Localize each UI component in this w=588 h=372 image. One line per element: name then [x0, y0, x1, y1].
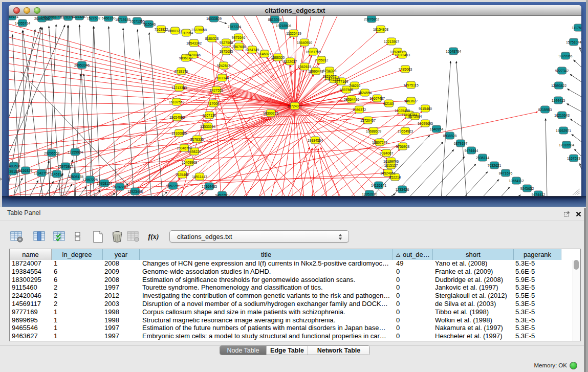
- svg-text:20206553: 20206553: [44, 151, 59, 155]
- svg-text:12213383: 12213383: [171, 86, 187, 90]
- svg-text:20053346: 20053346: [74, 63, 90, 67]
- svg-text:16961755: 16961755: [306, 50, 321, 54]
- svg-text:12093822: 12093822: [551, 84, 567, 87]
- svg-text:14524851: 14524851: [380, 171, 396, 175]
- svg-text:9463627: 9463627: [404, 99, 418, 103]
- svg-text:9227342: 9227342: [555, 69, 569, 73]
- svg-text:12923448: 12923448: [127, 190, 143, 193]
- svg-text:10553287: 10553287: [72, 16, 87, 18]
- svg-text:12342757: 12342757: [34, 171, 49, 175]
- svg-text:1145194: 1145194: [50, 172, 63, 176]
- svg-text:12505135: 12505135: [68, 175, 83, 179]
- svg-text:10688609: 10688609: [366, 129, 381, 133]
- svg-text:8678335: 8678335: [190, 138, 204, 141]
- svg-text:1156829: 1156829: [19, 169, 32, 172]
- svg-text:10025438: 10025438: [395, 109, 410, 113]
- svg-text:19654983: 19654983: [169, 116, 185, 119]
- svg-text:16911443: 16911443: [192, 175, 207, 179]
- svg-text:6879197: 6879197: [454, 142, 468, 145]
- svg-text:10719185: 10719185: [115, 18, 130, 21]
- svg-text:62160: 62160: [384, 102, 394, 105]
- svg-text:9474412: 9474412: [532, 193, 546, 196]
- svg-text:9875546: 9875546: [232, 36, 246, 39]
- svg-text:3267130: 3267130: [203, 114, 216, 117]
- svg-text:1939154: 1939154: [9, 170, 19, 173]
- svg-text:2489141: 2489141: [9, 16, 18, 18]
- svg-text:3875685: 3875685: [220, 50, 233, 53]
- svg-text:1733426: 1733426: [396, 188, 409, 191]
- svg-text:8427552: 8427552: [210, 89, 224, 92]
- svg-text:9498222: 9498222: [188, 150, 202, 154]
- svg-text:16120746: 16120746: [383, 160, 399, 163]
- svg-text:8454749: 8454749: [246, 48, 259, 52]
- svg-text:252214: 252214: [389, 176, 401, 179]
- svg-text:19218506: 19218506: [276, 24, 291, 28]
- svg-text:8912954: 8912954: [180, 31, 193, 35]
- svg-text:17359924: 17359924: [68, 150, 83, 154]
- svg-text:8322037: 8322037: [284, 60, 297, 63]
- svg-text:12213967: 12213967: [384, 40, 399, 43]
- svg-text:417004: 417004: [208, 102, 220, 105]
- svg-text:14055714: 14055714: [15, 21, 30, 25]
- svg-text:15751074: 15751074: [566, 40, 581, 44]
- svg-text:10046768: 10046768: [177, 146, 192, 150]
- svg-text:8813054: 8813054: [268, 18, 282, 21]
- svg-text:8471676: 8471676: [499, 171, 513, 175]
- svg-text:7515546: 7515546: [142, 23, 156, 26]
- svg-text:1588520: 1588520: [271, 56, 285, 59]
- svg-text:1615137: 1615137: [384, 164, 398, 167]
- svg-text:18952810: 18952810: [362, 192, 377, 196]
- svg-text:19654923: 19654923: [398, 129, 413, 133]
- svg-text:9327508: 9327508: [220, 41, 233, 45]
- svg-text:16210643: 16210643: [554, 114, 570, 117]
- svg-text:1483501: 1483501: [9, 164, 20, 168]
- svg-text:16648784: 16648784: [446, 50, 461, 53]
- svg-text:15692971: 15692971: [556, 129, 571, 133]
- svg-text:16543342: 16543342: [186, 41, 202, 45]
- svg-text:2803144: 2803144: [215, 76, 229, 80]
- svg-text:16107552: 16107552: [169, 100, 184, 104]
- svg-text:1362615: 1362615: [298, 65, 312, 69]
- svg-text:7485063: 7485063: [399, 68, 412, 71]
- svg-text:17016504: 17016504: [559, 143, 574, 147]
- svg-text:18807249: 18807249: [372, 141, 387, 144]
- svg-text:19300275: 19300275: [263, 112, 278, 115]
- svg-text:9896142: 9896142: [179, 56, 193, 60]
- svg-text:16033809: 16033809: [206, 17, 222, 20]
- svg-text:9777169: 9777169: [335, 80, 349, 83]
- svg-text:7986372: 7986372: [353, 108, 366, 112]
- svg-text:6897568: 6897568: [340, 88, 354, 92]
- svg-text:1117562: 1117562: [572, 26, 581, 30]
- svg-text:23226058: 23226058: [191, 28, 207, 32]
- svg-text:2718176: 2718176: [175, 70, 188, 73]
- svg-text:1167533: 1167533: [567, 157, 580, 160]
- svg-text:9242848: 9242848: [217, 64, 231, 68]
- svg-text:11325419: 11325419: [286, 32, 301, 35]
- svg-text:9084067: 9084067: [380, 151, 394, 155]
- svg-text:9575964: 9575964: [408, 115, 422, 118]
- svg-text:9245652: 9245652: [520, 187, 534, 190]
- svg-text:9329966: 9329966: [559, 54, 573, 58]
- svg-text:9756928: 9756928: [396, 145, 410, 148]
- svg-text:12975115: 12975115: [403, 83, 419, 87]
- svg-text:13533594: 13533594: [200, 125, 215, 128]
- svg-text:10654112: 10654112: [509, 179, 524, 183]
- svg-text:10699695: 10699695: [418, 122, 433, 125]
- svg-text:9146821: 9146821: [258, 52, 272, 56]
- svg-text:7955812: 7955812: [315, 58, 329, 62]
- svg-text:18990448: 18990448: [308, 70, 323, 73]
- svg-text:7357224: 7357224: [228, 25, 242, 29]
- svg-text:1244415: 1244415: [552, 99, 565, 102]
- svg-text:7163822: 7163822: [155, 28, 168, 31]
- svg-text:18640910: 18640910: [297, 41, 312, 45]
- svg-text:23975867: 23975867: [58, 165, 73, 168]
- svg-text:18724007: 18724007: [287, 104, 302, 108]
- svg-text:6466160: 6466160: [102, 16, 116, 20]
- svg-text:8186328: 8186328: [205, 37, 219, 40]
- svg-text:10973493: 10973493: [395, 53, 410, 57]
- svg-text:6794028: 6794028: [323, 69, 337, 73]
- svg-text:2935114: 2935114: [476, 156, 489, 160]
- svg-text:17957225: 17957225: [82, 178, 98, 182]
- svg-text:1527602: 1527602: [87, 16, 101, 20]
- svg-text:8938928: 8938928: [443, 134, 457, 138]
